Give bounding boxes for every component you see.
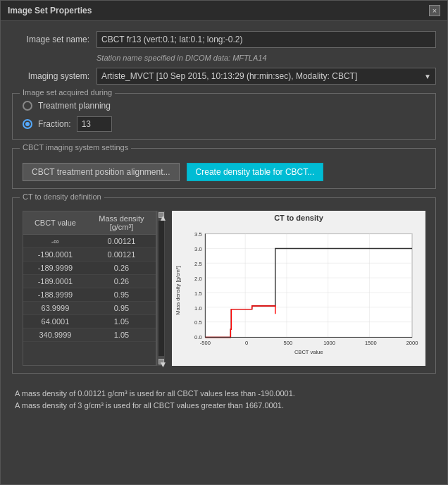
ct-density-content: CBCT value Mass density[g/cm³] -∞0.00121… [23,211,425,366]
acquired-during-label: Image set acquired during [20,88,115,97]
svg-text:3.5: 3.5 [194,231,202,238]
table-header-cbct: CBCT value [23,211,87,235]
svg-text:1.5: 1.5 [194,290,202,297]
dialog-title: Image Set Properties [8,6,92,16]
dropdown-arrow-icon: ▼ [424,73,431,80]
footer-note-line2: A mass density of 3 g/cm³ is used for al… [15,400,433,412]
table-row: -188.99990.95 [23,288,156,302]
dialog-content: Image set name: Station name specified i… [1,21,447,426]
close-button[interactable]: × [429,5,440,16]
footer-note: A mass density of 0.00121 g/cm³ is used … [12,382,436,417]
ct-density-table: CBCT value Mass density[g/cm³] -∞0.00121… [23,211,156,342]
svg-text:CBCT value: CBCT value [294,349,323,355]
ct-density-section: CT to density definition CBCT value Mass… [12,197,436,374]
table-row: 64.00011.05 [23,315,156,329]
scroll-down-icon[interactable]: ▼ [158,359,164,364]
table-row: 63.99990.95 [23,302,156,315]
ct-density-chart: CT to density [172,211,425,366]
svg-text:1000: 1000 [323,340,335,346]
image-set-name-row: Image set name: [12,31,436,48]
svg-text:2.5: 2.5 [194,261,202,267]
svg-text:-500: -500 [200,340,211,346]
station-name-text: Station name specified in DICOM data: MF… [97,54,436,62]
chart-svg: 0.0 0.5 1.0 1.5 2.0 2.5 3.0 3.5 -500 0 5… [172,223,425,361]
svg-text:3.0: 3.0 [194,246,202,252]
table-wrapper: CBCT value Mass density[g/cm³] -∞0.00121… [23,211,165,366]
fraction-input[interactable] [77,116,112,132]
cbct-alignment-button[interactable]: CBCT treatment position alignment... [23,163,180,181]
svg-text:500: 500 [284,340,293,346]
table-row: 340.99991.05 [23,329,156,342]
imaging-system-dropdown[interactable]: Artiste_MVCT [10 Sep 2015, 10:13:29 (hr:… [97,68,436,85]
svg-text:0.5: 0.5 [194,319,202,326]
cbct-settings-label: CBCT imaging system settings [20,143,131,152]
scroll-up-icon[interactable]: ▲ [158,212,164,218]
imaging-system-row: Imaging system: Artiste_MVCT [10 Sep 201… [12,68,436,85]
imaging-system-value: Artiste_MVCT [10 Sep 2015, 10:13:29 (hr:… [101,71,357,81]
cbct-density-button[interactable]: Create density table for CBCT... [187,163,324,181]
cbct-buttons-row: CBCT treatment position alignment... Cre… [23,163,425,181]
table-row: -190.00010.00121 [23,248,156,262]
imaging-system-label: Imaging system: [12,71,97,81]
svg-text:2.0: 2.0 [194,276,202,282]
footer-note-line1: A mass density of 0.00121 g/cm³ is used … [15,388,433,400]
svg-text:0: 0 [245,340,248,346]
svg-text:Mass density [g/cm³]: Mass density [g/cm³] [175,266,181,314]
title-bar: Image Set Properties × [1,1,447,21]
treatment-planning-radio[interactable] [23,101,32,111]
svg-text:2000: 2000 [406,340,418,346]
table-row: -189.00010.26 [23,275,156,288]
table-header-mass: Mass density[g/cm³] [87,211,156,235]
ct-density-label: CT to density definition [20,192,104,201]
treatment-planning-row[interactable]: Treatment planning [23,101,425,111]
chart-title: CT to density [172,211,425,223]
dialog-container: Image Set Properties × Image set name: S… [0,0,448,485]
treatment-planning-label: Treatment planning [38,101,111,111]
cbct-settings-section: CBCT imaging system settings CBCT treatm… [12,148,436,189]
image-set-name-input[interactable] [97,31,436,48]
fraction-row: Fraction: [23,116,425,132]
image-set-name-label: Image set name: [12,35,97,44]
svg-text:1500: 1500 [365,340,377,346]
ct-density-table-container[interactable]: CBCT value Mass density[g/cm³] -∞0.00121… [23,211,156,366]
table-row: -∞0.00121 [23,235,156,248]
table-row: -189.99990.26 [23,262,156,275]
fraction-radio[interactable] [23,119,32,129]
acquired-during-section: Image set acquired during Treatment plan… [12,93,436,140]
table-scrollbar[interactable]: ▲ ▼ [156,211,165,366]
svg-text:1.0: 1.0 [194,305,202,312]
fraction-label: Fraction: [38,119,71,129]
